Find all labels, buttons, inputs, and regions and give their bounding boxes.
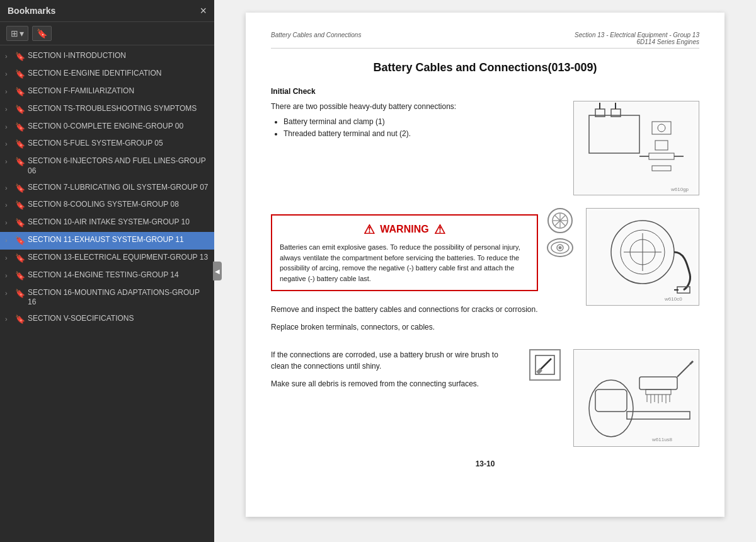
warning-triangle-left: ⚠: [364, 222, 375, 237]
sidebar-item-lubricating[interactable]: ›🔖SECTION 7-LUBRICATING OIL SYSTEM-GROUP…: [0, 180, 214, 197]
intro-row: There are two possible heavy-duty batter…: [271, 101, 699, 195]
intro-text-block: There are two possible heavy-duty batter…: [271, 101, 561, 144]
expand-arrow-icon: ›: [5, 139, 13, 148]
bookmark-add-button[interactable]: 🔖: [32, 26, 52, 41]
sidebar-item-label: SECTION 8-COOLING SYSTEM-GROUP 08: [28, 200, 209, 210]
bookmark-icon: 🔖: [37, 28, 47, 38]
warning-triangle-right: ⚠: [434, 222, 445, 237]
intro-text: There are two possible heavy-duty batter…: [271, 101, 561, 112]
svg-point-21: [559, 246, 562, 250]
bookmark-item-icon: 🔖: [15, 105, 25, 115]
sidebar-item-fuel-system[interactable]: ›🔖SECTION 5-FUEL SYSTEM-GROUP 05: [0, 136, 214, 153]
bullet-1: Battery terminal and clamp (1): [284, 116, 561, 128]
sidebar-item-electrical[interactable]: ›🔖SECTION 13-ELECTRICAL EQUIPMENT-GROUP …: [0, 250, 214, 267]
figure-3: w611us8: [573, 349, 699, 447]
bullet-list: Battery terminal and clamp (1) Threaded …: [284, 116, 561, 140]
sidebar-item-exhaust[interactable]: ›🔖SECTION 11-EXHAUST SYSTEM-GROUP 11: [0, 232, 214, 250]
sidebar-item-specifications[interactable]: ›🔖SECTION V-SOECIFICATIONS: [0, 311, 214, 328]
figure-3-container: w611us8: [573, 349, 699, 447]
sidebar-item-label: SECTION 16-MOUNTING ADAPTATIONS-GROUP 16: [28, 288, 209, 308]
svg-text:w610c0: w610c0: [664, 296, 682, 302]
debris-text: Make sure all debris is removed from the…: [271, 378, 517, 389]
sidebar-item-mounting[interactable]: ›🔖SECTION 16-MOUNTING ADAPTATIONS-GROUP …: [0, 285, 214, 311]
header-right-line1: Section 13 - Electrical Equipment - Grou…: [575, 32, 699, 38]
close-button[interactable]: ×: [200, 5, 207, 16]
sidebar-item-troubleshooting[interactable]: ›🔖SECTION TS-TROUBLESHOOTING SYMPTOMS: [0, 101, 214, 118]
expand-arrow-icon: ›: [5, 105, 13, 113]
grid-icon: ⊞: [11, 28, 18, 38]
sidebar-item-label: SECTION 13-ELECTRICAL EQUIPMENT-GROUP 13: [28, 253, 209, 263]
svg-text:w610gp: w610gp: [670, 187, 689, 192]
sidebar-item-label: SECTION 10-AIR INTAKE SYSTEM-GROUP 10: [28, 217, 209, 228]
page-number: 13-10: [271, 459, 699, 468]
sidebar: Bookmarks × ⊞ ▾ 🔖 ›🔖SECTION I-INTRODUCTI…: [0, 0, 214, 542]
sidebar-header: Bookmarks ×: [0, 0, 214, 22]
sidebar-item-label: SECTION I-INTRODUCTION: [28, 51, 209, 61]
brush-icon: [529, 349, 561, 381]
bookmark-item-icon: 🔖: [15, 289, 25, 299]
expand-arrow-icon: ›: [5, 69, 13, 78]
sidebar-item-label: SECTION 11-EXHAUST SYSTEM-GROUP 11: [28, 235, 209, 245]
bookmark-item-icon: 🔖: [15, 218, 25, 229]
expand-arrow-icon: ›: [5, 200, 13, 209]
sidebar-toolbar: ⊞ ▾ 🔖: [0, 22, 214, 45]
explosion-icon: [547, 208, 573, 233]
collapse-arrow-icon: ◀: [215, 268, 220, 275]
brush-icon-container: [529, 349, 561, 381]
bookmark-item-icon: 🔖: [15, 253, 25, 264]
expand-arrow-icon: ›: [5, 87, 13, 96]
bookmark-item-icon: 🔖: [15, 271, 25, 282]
sidebar-item-air-intake[interactable]: ›🔖SECTION 10-AIR INTAKE SYSTEM-GROUP 10: [0, 214, 214, 232]
sidebar-item-complete-engine[interactable]: ›🔖SECTION 0-COMPLETE ENGINE-GROUP 00: [0, 118, 214, 136]
sidebar-item-engine-testing[interactable]: ›🔖SECTION 14-ENGINE TESTING-GROUP 14: [0, 267, 214, 285]
page-header: Battery Cables and Connections Section 1…: [271, 32, 699, 49]
doc-page: Battery Cables and Connections Section 1…: [246, 13, 724, 517]
sidebar-item-label: SECTION E-ENGINE IDENTIFICATION: [28, 69, 209, 79]
expand-arrow-icon: ›: [5, 253, 13, 262]
sidebar-item-label: SECTION 14-ENGINE TESTING-GROUP 14: [28, 270, 209, 280]
header-right-line2: 6D114 Series Engines: [575, 38, 699, 45]
expand-arrow-icon: ›: [5, 314, 13, 323]
bookmark-item-icon: 🔖: [15, 157, 25, 168]
sidebar-item-cooling[interactable]: ›🔖SECTION 8-COOLING SYSTEM-GROUP 08: [0, 197, 214, 214]
sidebar-item-engine-id[interactable]: ›🔖SECTION E-ENGINE IDENTIFICATION: [0, 66, 214, 83]
corroded-text: If the connections are corroded, use a b…: [271, 349, 517, 372]
warning-label: WARNING: [380, 224, 428, 235]
bookmark-list: ›🔖SECTION I-INTRODUCTION›🔖SECTION E-ENGI…: [0, 45, 214, 542]
sidebar-item-label: SECTION 5-FUEL SYSTEM-GROUP 05: [28, 139, 209, 149]
bookmark-item-icon: 🔖: [15, 122, 25, 133]
sidebar-item-familiarization[interactable]: ›🔖SECTION F-FAMILIARIZATION: [0, 83, 214, 101]
bookmark-item-icon: 🔖: [15, 236, 25, 246]
chevron-down-icon: ▾: [20, 28, 24, 38]
header-left: Battery Cables and Connections: [271, 32, 361, 45]
bookmark-item-icon: 🔖: [15, 139, 25, 150]
expand-arrow-icon: ›: [5, 236, 13, 245]
svg-text:w611us8: w611us8: [651, 437, 673, 442]
expand-arrow-icon: ›: [5, 183, 13, 192]
figure-1: w610gp: [573, 101, 699, 195]
sidebar-item-injectors[interactable]: ›🔖SECTION 6-INJECTORS AND FUEL LINES-GRO…: [0, 153, 214, 179]
figure-1-container: w610gp: [573, 101, 699, 195]
bullet-2: Threaded battery terminal and nut (2).: [284, 128, 561, 140]
sidebar-item-intro[interactable]: ›🔖SECTION I-INTRODUCTION: [0, 48, 214, 66]
warning-title: ⚠ WARNING ⚠: [280, 222, 529, 237]
brush-svg: [532, 352, 558, 378]
battery-terminal-svg: w610gp: [576, 103, 696, 194]
bottom-section: If the connections are corroded, use a b…: [271, 349, 699, 447]
expand-arrow-icon: ›: [5, 218, 13, 227]
eye-icon: [547, 238, 573, 257]
expand-button[interactable]: ⊞ ▾: [6, 26, 28, 41]
warning-section: ⚠ WARNING ⚠ Batteries can emit explosive…: [271, 208, 576, 339]
sidebar-item-label: SECTION F-FAMILIARIZATION: [28, 86, 209, 96]
bookmark-item-icon: 🔖: [15, 69, 25, 80]
expand-arrow-icon: ›: [5, 122, 13, 131]
collapse-handle[interactable]: ◀: [213, 262, 222, 280]
bookmark-item-icon: 🔖: [15, 183, 25, 194]
initial-check-heading: Initial Check: [271, 87, 699, 96]
warning-row: ⚠ WARNING ⚠ Batteries can emit explosive…: [271, 208, 699, 339]
wire-brush-svg: w611us8: [576, 352, 696, 445]
expand-arrow-icon: ›: [5, 271, 13, 280]
sidebar-item-label: SECTION V-SOECIFICATIONS: [28, 314, 209, 324]
bottom-text-block: If the connections are corroded, use a b…: [271, 349, 517, 396]
main-content[interactable]: Battery Cables and Connections Section 1…: [214, 0, 756, 542]
